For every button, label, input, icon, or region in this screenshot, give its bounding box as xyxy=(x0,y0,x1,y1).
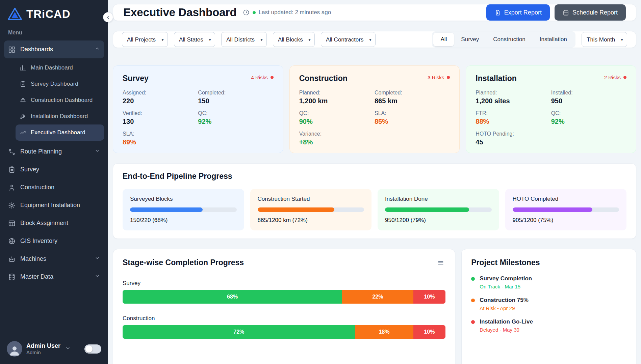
field-value: 92% xyxy=(198,118,273,125)
sidebar-item-route-planning[interactable]: Route Planning xyxy=(4,143,104,161)
sidebar-item-gis-inventory[interactable]: GIS Inventory xyxy=(4,232,104,250)
sidebar-item-machines[interactable]: Machines xyxy=(4,250,104,268)
milestone-dot xyxy=(471,299,475,302)
last-updated-text: Last updated: 2 minutes ago xyxy=(259,9,331,16)
card-fields: Planned:1,200 km Completed:865 km QC:90%… xyxy=(299,90,450,146)
triangle-logo-icon xyxy=(7,7,22,22)
sidebar-item-survey-dashboard[interactable]: Survey Dashboard xyxy=(16,76,104,92)
gear-icon xyxy=(8,202,16,209)
sidebar-item-label: Construction Dashboard xyxy=(31,97,93,104)
tab-construction[interactable]: Construction xyxy=(486,33,532,46)
bar-segment: 10% xyxy=(413,290,446,304)
blocks-filter-wrap: All Blocks xyxy=(273,32,315,47)
route-icon xyxy=(8,148,16,156)
table-grid-icon xyxy=(8,220,16,227)
sidebar-item-executive-dashboard[interactable]: Executive Dashboard xyxy=(16,124,104,141)
export-icon xyxy=(494,9,501,16)
period-filter-wrap: This Month xyxy=(582,32,627,47)
tab-all[interactable]: All xyxy=(433,33,454,46)
field: Variance:+8% xyxy=(299,131,375,146)
card-title: Construction xyxy=(299,74,348,83)
sidebar-item-master-data[interactable]: Master Data xyxy=(4,268,104,286)
milestone-text: Survey Completion On Track - Mar 15 xyxy=(480,275,532,289)
sidebar-item-construction[interactable]: Construction xyxy=(4,178,104,196)
field: HOTO Pending:45 xyxy=(476,131,551,146)
states-filter[interactable]: All States xyxy=(174,32,215,47)
construction-stacked-bar: 72% 18% 10% xyxy=(123,325,445,339)
blocks-filter[interactable]: All Blocks xyxy=(273,32,315,47)
field-label: QC: xyxy=(198,110,273,116)
contractors-filter[interactable]: All Contractors xyxy=(321,32,376,47)
field: QC:92% xyxy=(198,110,273,125)
schedule-report-button[interactable]: Schedule Report xyxy=(555,4,626,21)
field-value: +8% xyxy=(299,138,375,146)
status-dot xyxy=(253,11,256,14)
field-value: 92% xyxy=(551,118,626,125)
stage-value: 950/1200 (79%) xyxy=(385,217,492,224)
card-fields: Planned:1,200 sites Installed:950 FTR:88… xyxy=(476,90,626,146)
field-value: 150 xyxy=(198,97,273,105)
field: Planned:1,200 km xyxy=(299,90,375,105)
sidebar-item-construction-dashboard[interactable]: Construction Dashboard xyxy=(16,92,104,108)
field-value: 89% xyxy=(123,138,198,146)
milestones-title: Project Milestones xyxy=(471,258,626,267)
user-menu[interactable]: Admin User Admin xyxy=(0,336,108,364)
bar-segment: 10% xyxy=(413,325,446,339)
card-fields: Assigned:220 Completed:150 Verified:130 … xyxy=(123,90,274,146)
category-tabs: All Survey Construction Installation xyxy=(432,31,575,48)
sidebar-item-survey[interactable]: Survey xyxy=(4,161,104,178)
main-content: Executive Dashboard Last updated: 2 minu… xyxy=(108,0,641,364)
bar-segment: 68% xyxy=(123,290,342,304)
progress-track xyxy=(258,207,364,212)
theme-toggle[interactable] xyxy=(84,344,101,354)
chevron-down-icon xyxy=(95,255,100,262)
period-filter[interactable]: This Month xyxy=(582,32,627,47)
tab-survey[interactable]: Survey xyxy=(454,33,486,46)
user-info: Admin User Admin xyxy=(26,342,60,356)
chevron-down-icon[interactable] xyxy=(65,345,71,352)
tab-installation[interactable]: Installation xyxy=(533,33,574,46)
milestone-dot xyxy=(471,277,475,281)
user-role: Admin xyxy=(26,349,60,355)
stage-tile-hoto-completed: HOTO Completed 905/1200 (75%) xyxy=(505,189,627,230)
stagewise-header: Stage-wise Completion Progress xyxy=(123,258,445,269)
districts-filter[interactable]: All Districts xyxy=(221,32,267,47)
sidebar-item-installation-dashboard[interactable]: Installation Dashboard xyxy=(16,108,104,124)
milestone-title: Installation Go-Live xyxy=(480,318,533,325)
dashboards-subnav: Main Dashboard Survey Dashboard Construc… xyxy=(12,60,104,141)
sidebar-item-main-dashboard[interactable]: Main Dashboard xyxy=(16,60,104,76)
sidebar-item-dashboards[interactable]: Dashboards xyxy=(4,40,104,58)
field-value: 950 xyxy=(551,97,626,105)
milestone-dot xyxy=(471,320,475,324)
progress-fill xyxy=(130,207,203,212)
sidebar-item-label: Route Planning xyxy=(20,148,62,155)
field-label: Variance: xyxy=(299,131,375,137)
chart-menu-button[interactable] xyxy=(436,258,445,269)
sidebar-item-equipment-installation[interactable]: Equipment Installation xyxy=(4,196,104,214)
milestone-text: Installation Go-Live Delayed - May 30 xyxy=(480,318,533,333)
sidebar-item-label: Main Dashboard xyxy=(31,64,73,71)
field-label: Completed: xyxy=(198,90,273,96)
sidebar-item-label: Dashboards xyxy=(20,46,53,53)
avatar xyxy=(7,341,22,357)
field-label: HOTO Pending: xyxy=(476,131,551,137)
last-updated: Last updated: 2 minutes ago xyxy=(243,9,331,16)
sidebar-item-block-assignment[interactable]: Block Assginment xyxy=(4,214,104,232)
page-title: Executive Dashboard xyxy=(123,6,237,19)
sidebar-item-label: Machines xyxy=(20,255,46,262)
field: Verified:130 xyxy=(123,110,198,125)
user-name: Admin User xyxy=(26,342,60,350)
sidebar-item-label: GIS Inventory xyxy=(20,237,57,245)
field-label: Planned: xyxy=(299,90,375,96)
schedule-report-label: Schedule Report xyxy=(572,9,618,16)
export-report-label: Export Report xyxy=(504,9,542,16)
field: FTR:88% xyxy=(476,110,551,125)
field: QC:90% xyxy=(299,110,375,125)
milestones-list: Survey Completion On Track - Mar 15 Cons… xyxy=(471,275,626,333)
export-report-button[interactable]: Export Report xyxy=(486,4,550,21)
milestone-status: At Risk - Apr 29 xyxy=(480,305,529,311)
sidebar-collapse-button[interactable] xyxy=(103,12,113,22)
card-header: Installation 2 Risks xyxy=(476,74,626,83)
projects-filter[interactable]: All Projects xyxy=(122,32,168,47)
districts-filter-wrap: All Districts xyxy=(221,32,267,47)
